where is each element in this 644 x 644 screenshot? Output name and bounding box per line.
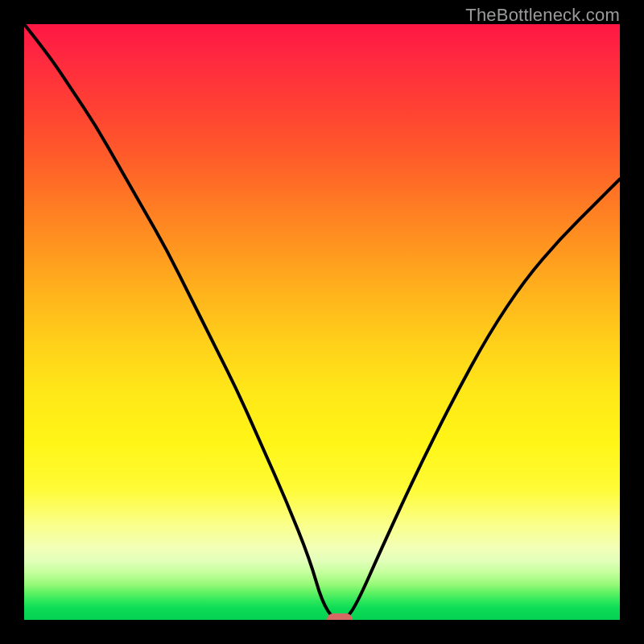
bottleneck-curve	[24, 24, 620, 620]
plot-area	[24, 24, 620, 620]
curve-layer	[24, 24, 620, 620]
chart-frame: TheBottleneck.com	[0, 0, 644, 644]
optimum-marker	[327, 613, 353, 620]
watermark-text: TheBottleneck.com	[465, 5, 620, 26]
